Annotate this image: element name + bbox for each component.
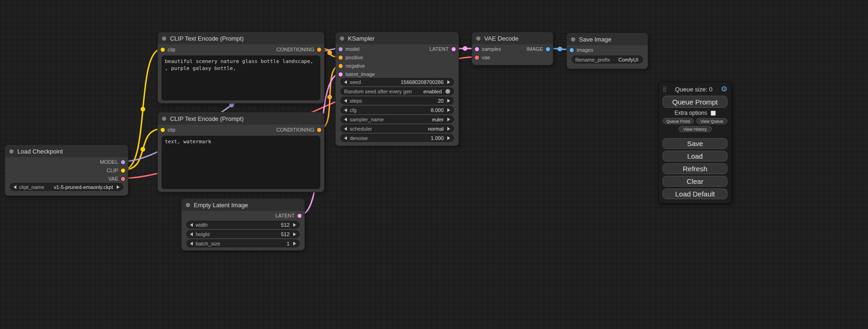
positive-prompt-textarea[interactable]: beautiful scenery nature glass bottle la… [162,56,320,100]
node-ksampler[interactable]: KSampler model LATENT positive negative … [335,32,459,146]
widget-value: v1-5-pruned-emaonly.ckpt [47,184,113,190]
node-graph-canvas[interactable]: Load Checkpoint MODEL CLIP VAE ckpt_name… [0,0,868,329]
node-empty-latent-image[interactable]: Empty Latent Image LATENT width 512 heig… [181,198,305,251]
input-dot-images[interactable] [570,48,574,52]
node-title-bar[interactable]: VAE Decode [472,32,553,44]
node-title-bar[interactable]: CLIP Text Encode (Prompt) [158,112,324,125]
queue-small-buttons-row: Queue Front View Queue [663,118,727,124]
next-value-arrow-icon[interactable] [447,136,450,140]
widget-batch-size[interactable]: batch_size 1 [186,239,300,247]
widget-value: 1.000 [371,135,444,141]
node-title: VAE Decode [484,35,518,42]
next-value-arrow-icon[interactable] [447,127,450,131]
next-value-arrow-icon[interactable] [293,242,296,245]
node-title-bar[interactable]: Empty Latent Image [182,199,304,211]
view-history-button[interactable]: View History [678,126,712,132]
prev-value-arrow-icon[interactable] [344,80,347,84]
next-value-arrow-icon[interactable] [447,99,450,103]
link-midpoint-dot [327,50,332,55]
prev-value-arrow-icon[interactable] [190,232,193,236]
output-dot-conditioning[interactable] [317,48,321,52]
widget-filename-prefix[interactable]: filename_prefix ComfyUI [572,56,643,63]
next-value-arrow-icon[interactable] [447,118,450,121]
load-default-button[interactable]: Load Default [663,189,727,199]
widget-cfg[interactable]: cfg 8.000 [340,106,454,114]
widget-value: 512 [212,231,289,237]
input-slot-images: images [567,46,648,54]
widget-steps[interactable]: steps 20 [340,97,454,105]
input-dot-latent-image[interactable] [339,72,343,77]
prev-value-arrow-icon[interactable] [344,99,347,103]
widget-seed[interactable]: seed 156680208700286 [340,78,454,86]
prev-value-arrow-icon[interactable] [344,127,347,131]
output-dot-latent[interactable] [452,47,456,51]
prev-value-arrow-icon[interactable] [190,223,193,227]
queue-prompt-button[interactable]: Queue Prompt [663,96,727,108]
output-dot-clip[interactable] [121,168,125,173]
view-queue-button[interactable]: View Queue [696,118,727,124]
node-title: Save Image [579,36,611,43]
output-dot-image[interactable] [546,47,550,51]
widget-name: height [196,231,210,237]
input-dot-positive[interactable] [339,56,343,60]
node-load-checkpoint[interactable]: Load Checkpoint MODEL CLIP VAE ckpt_name… [5,145,128,196]
output-dot-vae[interactable] [121,177,125,181]
queue-front-button[interactable]: Queue Front [663,118,694,124]
collapse-toggle-icon[interactable] [476,36,480,41]
widget-value: normal [375,126,444,132]
output-dot-model[interactable] [121,160,125,164]
next-value-arrow-icon[interactable] [447,108,450,112]
output-dot-conditioning[interactable] [317,128,321,132]
output-dot-latent[interactable] [297,214,302,218]
node-clip-text-encode-negative[interactable]: CLIP Text Encode (Prompt) clip CONDITION… [157,112,325,192]
widget-denoise[interactable]: denoise 1.000 [340,134,454,142]
toggle-indicator-icon[interactable] [445,89,450,94]
drag-handle-icon[interactable]: ⣿ [663,86,667,92]
prev-value-arrow-icon[interactable] [190,242,193,245]
settings-gear-icon[interactable]: ⚙ [721,85,727,93]
refresh-button[interactable]: Refresh [663,163,727,174]
next-value-arrow-icon[interactable] [293,232,296,236]
collapse-toggle-icon[interactable] [9,149,14,154]
node-title-bar[interactable]: Load Checkpoint [5,145,128,157]
node-title: KSampler [348,35,374,42]
node-title-bar[interactable]: Save Image [567,33,648,45]
widget-sampler-name[interactable]: sampler_name euler [340,115,454,123]
widget-width[interactable]: width 512 [186,221,300,229]
load-button[interactable]: Load [663,151,727,161]
widget-ckpt-name[interactable]: ckpt_name v1-5-pruned-emaonly.ckpt [10,183,123,191]
output-slot-conditioning: CONDITIONING [158,45,324,54]
widget-height[interactable]: height 512 [186,230,300,238]
widget-scheduler[interactable]: scheduler normal [340,125,454,133]
node-clip-text-encode-positive[interactable]: CLIP Text Encode (Prompt) clip CONDITION… [157,32,325,104]
collapse-toggle-icon[interactable] [571,37,575,42]
input-dot-negative[interactable] [339,64,343,68]
node-title-bar[interactable]: CLIP Text Encode (Prompt) [158,32,324,44]
prev-value-arrow-icon[interactable] [344,136,347,140]
widget-value: 512 [211,222,289,228]
node-title-bar[interactable]: KSampler [336,32,459,44]
clear-button[interactable]: Clear [663,176,727,187]
node-vae-decode[interactable]: VAE Decode samples IMAGE vae [472,32,553,65]
next-value-arrow-icon[interactable] [447,80,450,84]
widget-name: steps [350,98,362,104]
negative-prompt-textarea[interactable]: text, watermark [162,136,320,189]
save-button[interactable]: Save [663,138,727,149]
node-save-image[interactable]: Save Image images filename_prefix ComfyU… [566,33,648,69]
extra-options-checkbox[interactable] [711,111,716,116]
output-slot-model: MODEL [5,158,128,166]
prev-value-arrow-icon[interactable] [344,118,347,121]
next-value-arrow-icon[interactable] [117,185,120,189]
prev-value-arrow-icon[interactable] [344,108,347,112]
prev-value-arrow-icon[interactable] [14,185,16,189]
slot-label: images [577,47,593,53]
collapse-toggle-icon[interactable] [162,117,166,121]
widget-random-seed-toggle[interactable]: Random seed after every gen enabled [340,87,454,95]
collapse-toggle-icon[interactable] [186,203,190,207]
next-value-arrow-icon[interactable] [293,223,296,227]
queue-size-label: Queue size: 0 [675,86,713,93]
collapse-toggle-icon[interactable] [162,36,166,41]
collapse-toggle-icon[interactable] [340,36,344,41]
input-dot-vae[interactable] [475,56,479,60]
widget-value: enabled [415,89,442,94]
